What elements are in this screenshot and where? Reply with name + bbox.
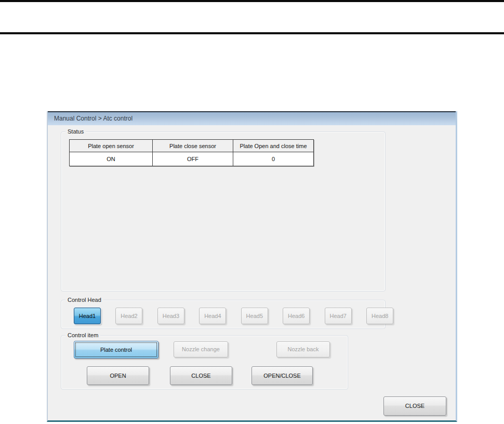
page-top-rule — [0, 0, 504, 2]
nozzle-back-button[interactable]: Nozzle back — [276, 341, 330, 357]
status-table-value-row: ON OFF 0 — [70, 152, 314, 166]
head7-button[interactable]: Head7 — [325, 308, 352, 324]
head3-button[interactable]: Head3 — [157, 308, 184, 324]
status-value-plate-close-sensor: OFF — [153, 152, 233, 166]
status-groupbox: Status Plate open sensor Plate close sen… — [61, 131, 386, 292]
atc-control-dialog: Manual Control > Atc control Status Plat… — [47, 111, 457, 422]
status-header-plate-open-sensor: Plate open sensor — [70, 140, 153, 152]
status-header-plate-close-sensor: Plate close sensor — [153, 140, 233, 152]
status-value-plate-open-close-time: 0 — [233, 152, 314, 166]
control-head-group-label: Control Head — [65, 296, 103, 303]
plate-control-button[interactable]: Plate control — [74, 341, 158, 359]
head8-button[interactable]: Head8 — [366, 308, 393, 324]
head1-button[interactable]: Head1 — [74, 308, 101, 324]
dialog-title: Manual Control > Atc control — [54, 115, 132, 122]
status-header-plate-open-close-time: Plate Open and close time — [233, 140, 314, 152]
head5-button[interactable]: Head5 — [241, 308, 268, 324]
status-table: Plate open sensor Plate close sensor Pla… — [69, 139, 314, 166]
page-header-rule — [0, 32, 504, 34]
dialog-close-button[interactable]: CLOSE — [383, 396, 446, 416]
dialog-titlebar: Manual Control > Atc control — [48, 111, 456, 125]
close-action-button[interactable]: CLOSE — [170, 366, 232, 385]
open-button[interactable]: OPEN — [87, 366, 149, 385]
document-page: Manual Control > Atc control Status Plat… — [0, 0, 504, 424]
head6-button[interactable]: Head6 — [283, 308, 310, 324]
head-button-row: Head1 Head2 Head3 Head4 Head5 Head6 Head… — [74, 308, 406, 325]
status-group-label: Status — [65, 128, 86, 135]
status-table-header-row: Plate open sensor Plate close sensor Pla… — [70, 140, 314, 152]
nozzle-change-button[interactable]: Nozzle change — [174, 341, 228, 357]
head4-button[interactable]: Head4 — [199, 308, 226, 324]
head2-button[interactable]: Head2 — [115, 308, 142, 324]
open-close-button[interactable]: OPEN/CLOSE — [251, 366, 313, 385]
status-value-plate-open-sensor: ON — [70, 152, 153, 166]
dialog-content: Status Plate open sensor Plate close sen… — [48, 125, 456, 420]
control-item-group-label: Control item — [65, 332, 100, 339]
